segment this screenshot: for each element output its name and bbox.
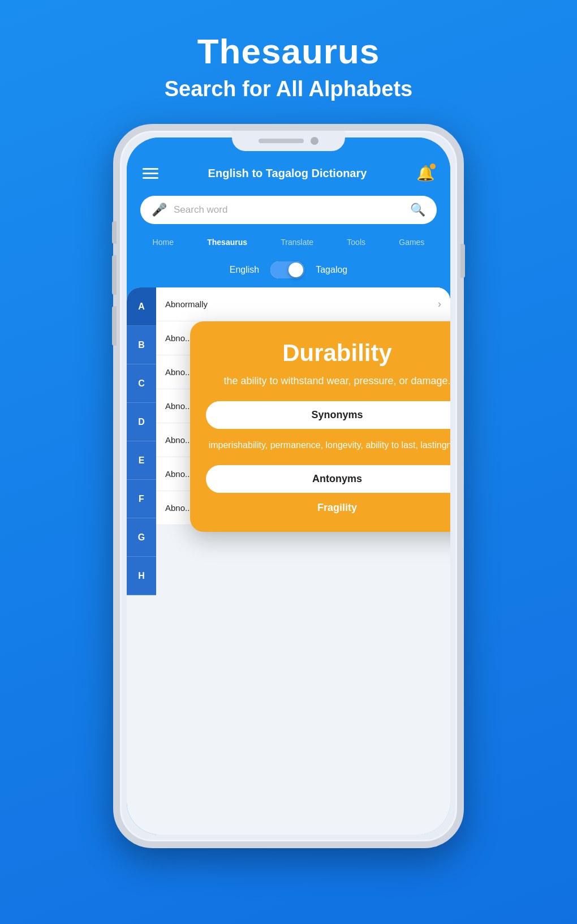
word-detail-card: Durability the ability to withstand wear… bbox=[190, 321, 450, 532]
page-title: Thesaurus bbox=[197, 31, 380, 71]
phone-body: English to Tagalog Dictionary 🔔 🎤 Search… bbox=[113, 124, 464, 848]
notch-camera bbox=[311, 137, 318, 145]
word-text: Abno... bbox=[165, 503, 192, 513]
notch-speaker bbox=[259, 139, 304, 143]
synonyms-text: imperishability, permanence, longevity, … bbox=[206, 438, 450, 453]
alpha-a[interactable]: A bbox=[127, 287, 156, 326]
volume-up-button bbox=[112, 255, 117, 295]
tab-thesaurus[interactable]: Thesaurus bbox=[203, 235, 252, 249]
chevron-right-icon: › bbox=[438, 298, 441, 310]
menu-icon[interactable] bbox=[143, 168, 158, 179]
search-container: 🎤 Search word 🔍 bbox=[127, 191, 450, 233]
page-subtitle: Search for All Alphabets bbox=[165, 77, 413, 101]
power-button bbox=[460, 244, 465, 278]
alpha-d[interactable]: D bbox=[127, 403, 156, 441]
volume-down-button bbox=[112, 306, 117, 346]
tab-tools[interactable]: Tools bbox=[342, 235, 370, 249]
alpha-f[interactable]: F bbox=[127, 480, 156, 518]
antonyms-value: Fragility bbox=[206, 502, 450, 514]
word-text: Abnormally bbox=[165, 299, 208, 309]
tab-games[interactable]: Games bbox=[394, 235, 429, 249]
search-input[interactable]: Search word bbox=[174, 204, 403, 216]
word-text: Abno... bbox=[165, 367, 192, 377]
tab-home[interactable]: Home bbox=[148, 235, 178, 249]
search-bar[interactable]: 🎤 Search word 🔍 bbox=[140, 196, 437, 224]
word-text: Abno... bbox=[165, 401, 192, 411]
alpha-h[interactable]: H bbox=[127, 557, 156, 595]
card-definition: the ability to withstand wear, pressure,… bbox=[206, 373, 450, 389]
toggle-switch[interactable] bbox=[270, 261, 304, 278]
word-text: Abno... bbox=[165, 333, 192, 343]
tab-translate[interactable]: Translate bbox=[276, 235, 318, 249]
lang-english: English bbox=[230, 265, 259, 275]
alpha-c[interactable]: C bbox=[127, 364, 156, 403]
content-area: A B C D E F G H Abnormally › Abno bbox=[127, 287, 450, 835]
mute-button bbox=[112, 221, 117, 244]
language-toggle: English Tagalog bbox=[127, 256, 450, 287]
list-item[interactable]: Abnormally › bbox=[156, 287, 450, 321]
alpha-e[interactable]: E bbox=[127, 441, 156, 480]
synonyms-button[interactable]: Synonyms bbox=[206, 401, 450, 429]
phone-screen: English to Tagalog Dictionary 🔔 🎤 Search… bbox=[127, 137, 450, 835]
alpha-g[interactable]: G bbox=[127, 518, 156, 557]
mic-icon[interactable]: 🎤 bbox=[152, 203, 167, 217]
phone-notch bbox=[232, 131, 345, 151]
card-word-title: Durability bbox=[206, 339, 450, 367]
bell-button[interactable]: 🔔 bbox=[416, 165, 434, 182]
phone-mockup: English to Tagalog Dictionary 🔔 🎤 Search… bbox=[91, 124, 486, 899]
app-header-title: English to Tagalog Dictionary bbox=[208, 167, 367, 180]
alpha-b[interactable]: B bbox=[127, 326, 156, 364]
antonyms-button[interactable]: Antonyms bbox=[206, 465, 450, 493]
word-text: Abno... bbox=[165, 469, 192, 479]
notification-dot bbox=[430, 164, 436, 169]
lang-tagalog: Tagalog bbox=[316, 265, 347, 275]
alphabet-sidebar: A B C D E F G H bbox=[127, 287, 156, 835]
search-icon[interactable]: 🔍 bbox=[410, 203, 425, 217]
word-text: Abno... bbox=[165, 435, 192, 445]
nav-tabs: Home Thesaurus Translate Tools Games bbox=[127, 233, 450, 256]
